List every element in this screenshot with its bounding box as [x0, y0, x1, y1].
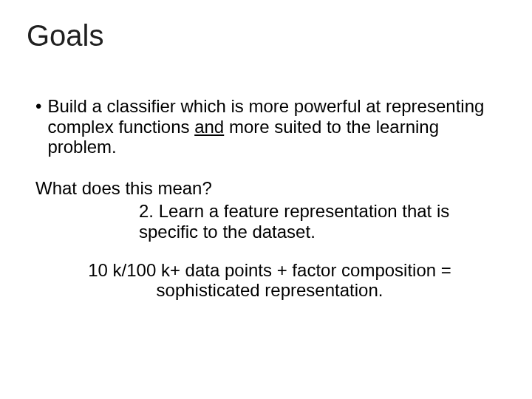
slide-title: Goals: [27, 19, 104, 52]
bullet-marker: •: [35, 96, 41, 117]
equation-line: 10 k/100 k+ data points + factor composi…: [87, 260, 452, 301]
slide: Goals • Build a classifier which is more…: [0, 0, 532, 399]
bullet-text-1: Build a classifier which is more powerfu…: [47, 96, 497, 157]
numbered-item-2: 2. Learn a feature representation that i…: [139, 201, 452, 242]
question-line: What does this mean?: [35, 178, 497, 199]
bullet-item-1: • Build a classifier which is more power…: [35, 96, 497, 157]
slide-body: • Build a classifier which is more power…: [35, 96, 497, 301]
bullet1-underline: and: [194, 117, 224, 137]
